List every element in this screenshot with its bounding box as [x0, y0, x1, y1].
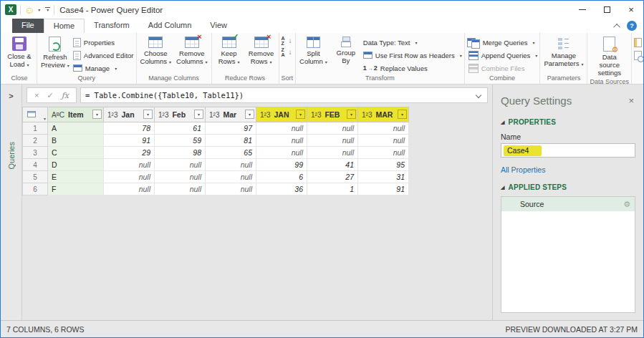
choose-columns-button[interactable]: Choose Columns — [139, 34, 173, 66]
cancel-formula-icon[interactable]: × — [34, 91, 39, 100]
row-number[interactable]: 6 — [23, 183, 48, 195]
cell[interactable]: 91 — [104, 135, 155, 147]
cell[interactable]: null — [206, 159, 256, 171]
maximize-button[interactable] — [595, 1, 619, 19]
close-and-load-button[interactable]: Close & Load — [4, 34, 34, 69]
filter-button[interactable]: ▾ — [143, 110, 153, 119]
column-header-feb[interactable]: 1²3FEB▾ — [307, 107, 358, 122]
split-column-button[interactable]: Split Column — [298, 34, 329, 66]
data-type-button[interactable]: Data Type: Text — [363, 37, 462, 47]
cell[interactable]: null — [104, 159, 155, 171]
cell[interactable]: F — [48, 183, 104, 195]
query-name-input[interactable]: Case4 — [501, 143, 635, 158]
row-number[interactable]: 3 — [23, 147, 48, 159]
queries-pane-label[interactable]: Queries — [7, 142, 16, 170]
cell[interactable]: D — [48, 159, 104, 171]
manage-button[interactable]: Manage — [73, 63, 134, 73]
filter-button[interactable]: ▾ — [92, 110, 102, 119]
cell[interactable]: 91 — [358, 183, 409, 195]
cell[interactable]: 31 — [358, 171, 409, 183]
cell[interactable]: null — [206, 183, 256, 195]
cell[interactable]: null — [256, 122, 307, 135]
cell[interactable]: 6 — [256, 171, 307, 183]
remove-rows-button[interactable]: × Remove Rows — [246, 34, 277, 66]
cell[interactable]: null — [307, 147, 358, 159]
merge-queries-button[interactable]: Merge Queries — [467, 37, 538, 47]
cell[interactable]: null — [358, 147, 409, 159]
column-header-mar[interactable]: 1²3Mar▾ — [206, 107, 256, 122]
use-first-row-as-headers-button[interactable]: Use First Row as Headers — [363, 50, 462, 60]
column-type-icon[interactable]: 1²3 — [107, 111, 117, 119]
cell[interactable]: 27 — [307, 171, 358, 183]
cell[interactable]: A — [48, 122, 104, 135]
cell[interactable]: 1 — [307, 183, 358, 195]
cell[interactable]: 78 — [104, 122, 155, 135]
column-header-mar[interactable]: 1²3MAR▾ — [358, 107, 409, 122]
properties-button[interactable]: Properties — [73, 37, 134, 47]
select-all-corner[interactable]: ▾ — [23, 107, 48, 122]
cell[interactable]: 29 — [104, 147, 155, 159]
column-type-icon[interactable]: 1²3 — [362, 111, 372, 119]
column-type-icon[interactable]: 1²3 — [260, 111, 270, 119]
column-header-feb[interactable]: 1²3Feb▾ — [155, 107, 206, 122]
close-pane-icon[interactable]: × — [627, 95, 635, 106]
expand-formula-icon[interactable] — [476, 92, 481, 98]
advanced-editor-button[interactable]: Advanced Editor — [73, 50, 134, 60]
row-number[interactable]: 1 — [23, 122, 48, 135]
cell[interactable]: C — [48, 147, 104, 159]
all-properties-link[interactable]: All Properties — [501, 165, 635, 174]
replace-values-button[interactable]: 1→2 Replace Values — [363, 63, 462, 73]
cell[interactable]: 65 — [206, 147, 256, 159]
cell[interactable]: 41 — [307, 159, 358, 171]
filter-button[interactable]: ▾ — [296, 110, 305, 119]
close-button[interactable]: × — [619, 1, 643, 19]
cell[interactable]: null — [358, 122, 409, 135]
column-header-item[interactable]: AᴮCItem▾ — [48, 107, 104, 122]
formula-input[interactable]: = Table.Combine({Table10, Table11}) — [80, 87, 488, 103]
column-type-icon[interactable]: 1²3 — [209, 111, 219, 119]
minimize-button[interactable] — [570, 1, 595, 19]
cell[interactable]: 97 — [206, 122, 256, 135]
data-source-settings-button[interactable]: Data source settings — [590, 34, 629, 77]
tab-file[interactable]: File — [12, 19, 44, 33]
cell[interactable]: null — [155, 159, 206, 171]
recent-sources-button[interactable]: Recent Sources — [634, 50, 643, 60]
cell[interactable]: null — [104, 183, 155, 195]
refresh-preview-button[interactable]: Refresh Preview — [39, 34, 71, 69]
cell[interactable]: 81 — [206, 135, 256, 147]
keep-rows-button[interactable]: ✓ Keep Rows — [214, 34, 244, 66]
cell[interactable]: null — [256, 147, 307, 159]
cell[interactable]: null — [206, 171, 256, 183]
collapse-ribbon-icon[interactable] — [613, 23, 620, 30]
cell[interactable]: 98 — [155, 147, 206, 159]
remove-columns-button[interactable]: × Remove Columns — [175, 34, 209, 66]
append-queries-button[interactable]: Append Queries — [467, 50, 538, 60]
filter-button[interactable]: ▾ — [245, 110, 254, 119]
cell[interactable]: null — [104, 171, 155, 183]
cell[interactable]: null — [307, 122, 358, 135]
tab-home[interactable]: Home — [44, 19, 85, 33]
filter-button[interactable]: ▾ — [398, 110, 407, 119]
sort-descending-button[interactable]: ZA↓ — [282, 47, 293, 57]
cell[interactable]: B — [48, 135, 104, 147]
customize-quick-access-toolbar-icon[interactable] — [45, 7, 50, 12]
manage-parameters-button[interactable]: Manage Parameters — [542, 34, 585, 68]
row-number[interactable]: 5 — [23, 171, 48, 183]
sort-ascending-button[interactable]: AZ↓ — [282, 36, 293, 46]
cell[interactable]: 95 — [358, 159, 409, 171]
gear-icon[interactable]: ⚙ — [623, 200, 630, 209]
chevron-down-icon[interactable]: ▾ — [38, 7, 40, 12]
tab-add-column[interactable]: Add Column — [139, 19, 201, 33]
applied-steps-section-header[interactable]: ◢ APPLIED STEPS — [501, 183, 635, 191]
cell[interactable]: null — [307, 135, 358, 147]
cell[interactable]: null — [155, 183, 206, 195]
filter-button[interactable]: ▾ — [194, 110, 203, 119]
row-number[interactable]: 2 — [23, 135, 48, 147]
cell[interactable]: null — [358, 135, 409, 147]
commit-formula-icon[interactable]: ✓ — [47, 91, 53, 100]
cell[interactable]: E — [48, 171, 104, 183]
column-type-icon[interactable]: AᴮC — [52, 111, 64, 119]
group-by-button[interactable]: Group By — [331, 34, 361, 65]
column-header-jan[interactable]: 1²3Jan▾ — [104, 107, 155, 122]
cell[interactable]: 99 — [256, 159, 307, 171]
